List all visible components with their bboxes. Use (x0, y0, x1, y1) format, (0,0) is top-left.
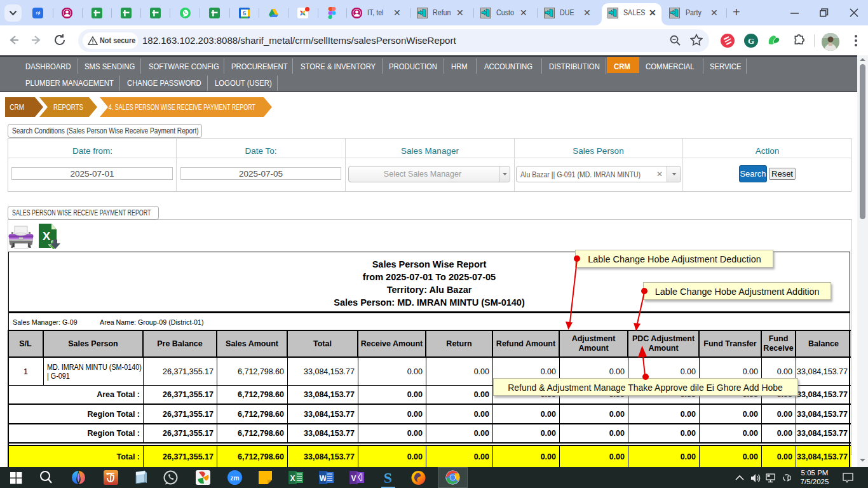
svg-text:5: 5 (243, 10, 246, 17)
svg-text:zm: zm (231, 475, 240, 482)
svg-text:X: X (43, 229, 51, 243)
svg-text:X: X (290, 474, 295, 483)
svg-text:G: G (748, 36, 754, 46)
svg-text:S: S (384, 470, 392, 485)
svg-text:V: V (351, 474, 356, 483)
